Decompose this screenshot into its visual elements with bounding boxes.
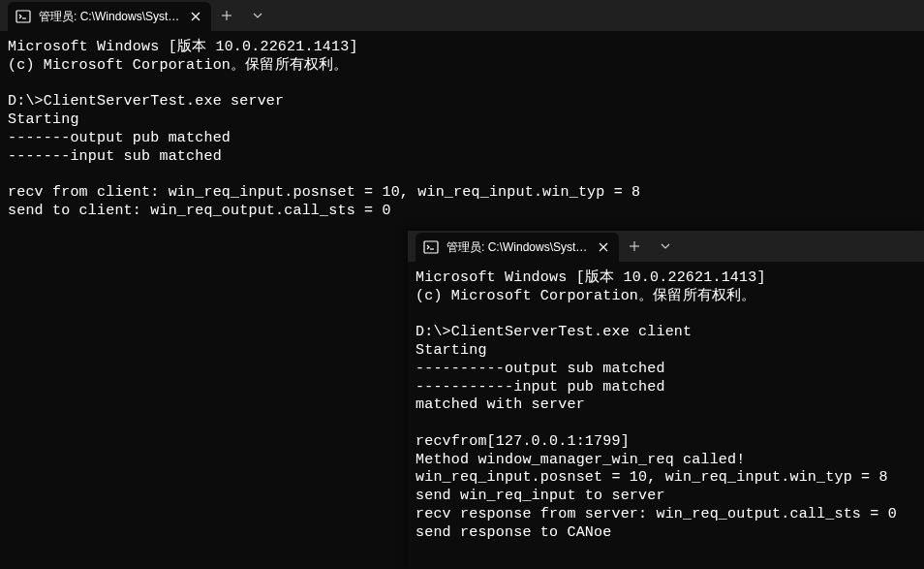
terminal-icon — [423, 239, 439, 255]
terminal-icon — [15, 9, 31, 24]
new-tab-button[interactable] — [619, 231, 650, 262]
tab-bar: 管理员: C:\Windows\System32 — [408, 231, 924, 262]
terminal-output-server: Microsoft Windows [版本 10.0.22621.1413] (… — [0, 31, 924, 229]
terminal-output-client: Microsoft Windows [版本 10.0.22621.1413] (… — [408, 262, 924, 550]
dropdown-button[interactable] — [650, 231, 681, 262]
tab-title: 管理员: C:\Windows\System32 — [447, 239, 588, 256]
close-icon[interactable] — [596, 239, 611, 255]
terminal-window-client: 管理员: C:\Windows\System32 Micr — [408, 231, 924, 569]
svg-rect-6 — [424, 241, 438, 253]
new-tab-button[interactable] — [211, 0, 242, 31]
svg-rect-0 — [16, 11, 30, 22]
tab-server[interactable]: 管理员: C:\Windows\System32 — [8, 2, 211, 31]
dropdown-button[interactable] — [242, 0, 273, 31]
tab-title: 管理员: C:\Windows\System32 — [39, 9, 180, 25]
tab-controls — [619, 231, 681, 262]
tab-client[interactable]: 管理员: C:\Windows\System32 — [416, 233, 619, 262]
tab-bar: 管理员: C:\Windows\System32 — [0, 0, 924, 31]
tab-controls — [211, 0, 273, 31]
close-icon[interactable] — [188, 9, 203, 24]
